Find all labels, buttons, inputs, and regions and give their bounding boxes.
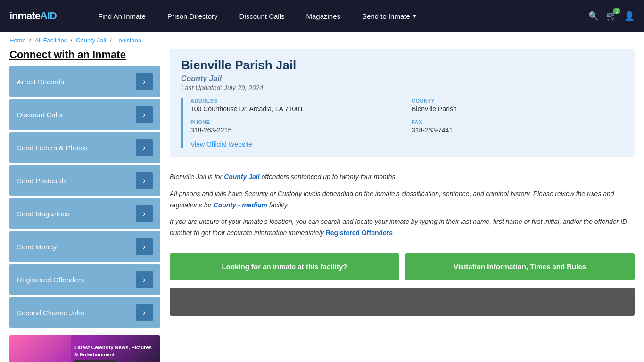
sidebar-item-registered-offenders[interactable]: Registered Offenders › (9, 264, 160, 295)
user-icon[interactable]: 👤 (624, 11, 635, 21)
cart-icon[interactable]: 🛒 0 (606, 11, 617, 21)
nav-prison-directory[interactable]: Prison Directory (159, 8, 226, 24)
fax-value: 318-263-7441 (412, 126, 623, 134)
county-block: COUNTY Bienville Parish (412, 98, 623, 113)
breadcrumb: Home / All Facilities / County Jail / Lo… (0, 32, 644, 49)
search-icon[interactable]: 🔍 (588, 11, 599, 21)
official-website-link[interactable]: View Official Website (190, 140, 252, 148)
nav-discount-calls[interactable]: Discount Calls (231, 8, 293, 24)
phone-block: PHONE 318-263-2215 (190, 119, 402, 134)
county-label: COUNTY (412, 98, 623, 104)
fax-label: FAX (412, 119, 623, 125)
bottom-banner (170, 288, 635, 316)
cart-badge: 0 (613, 8, 620, 14)
content-area: Bienville Parish Jail County Jail Last U… (170, 49, 635, 362)
arrow-icon: › (136, 238, 153, 255)
site-header: inmateAID Find An Inmate Prison Director… (0, 0, 644, 32)
arrow-icon: › (136, 106, 153, 123)
desc-para1: Bienville Jail is for County Jail offend… (170, 172, 635, 183)
breadcrumb-home[interactable]: Home (9, 37, 26, 44)
nav-find-inmate[interactable]: Find An Inmate (90, 8, 154, 24)
fax-block: FAX 318-263-7441 (412, 119, 623, 134)
desc-para3: If you are unsure of your inmate’s locat… (170, 216, 635, 239)
facility-type: County Jail (181, 74, 623, 83)
phone-value: 318-263-2215 (190, 126, 402, 134)
phone-label: PHONE (190, 119, 402, 125)
facility-updated: Last Updated: July 29, 2024 (181, 84, 623, 91)
visitation-info-cta-button[interactable]: Visitation Information, Times and Rules (405, 253, 635, 280)
address-value: 100 Courthouse Dr, Arcadia, LA 71001 (190, 105, 402, 113)
registered-offenders-link[interactable]: Registered Offenders (326, 229, 393, 237)
main-nav: Find An Inmate Prison Directory Discount… (90, 8, 574, 24)
sidebar-item-arrest-records[interactable]: Arrest Records › (9, 66, 160, 97)
facility-info-grid: ADDRESS 100 Courthouse Dr, Arcadia, LA 7… (181, 98, 623, 148)
nav-magazines[interactable]: Magazines (297, 8, 349, 24)
header-icons: 🔍 🛒 0 👤 (588, 11, 635, 21)
breadcrumb-louisiana[interactable]: Louisiana (115, 37, 141, 44)
facility-description: Bienville Jail is for County Jail offend… (170, 165, 635, 246)
desc-para2: All prisons and jails have Security or C… (170, 189, 635, 211)
logo[interactable]: inmateAID (9, 10, 75, 22)
county-jail-link[interactable]: County Jail (224, 173, 259, 181)
sidebar-item-send-magazines[interactable]: Send Magazines › (9, 198, 160, 229)
facility-card: Bienville Parish Jail County Jail Last U… (170, 49, 635, 157)
ad-image (9, 335, 71, 362)
county-medium-link[interactable]: County - medium (214, 201, 267, 209)
ad-text: Latest Celebrity News, Pictures & Entert… (71, 340, 160, 362)
arrow-icon: › (136, 139, 153, 156)
ad-banner[interactable]: Latest Celebrity News, Pictures & Entert… (9, 335, 160, 362)
arrow-icon: › (136, 304, 153, 321)
sidebar-item-second-chance-jobs[interactable]: Second Chance Jobs › (9, 297, 160, 328)
arrow-icon: › (136, 271, 153, 288)
breadcrumb-all-facilities[interactable]: All Facilities (35, 37, 67, 44)
arrow-icon: › (136, 73, 153, 90)
county-value: Bienville Parish (412, 105, 623, 113)
sidebar-item-send-money[interactable]: Send Money › (9, 231, 160, 262)
sidebar-item-send-letters[interactable]: Send Letters & Photos › (9, 132, 160, 163)
breadcrumb-county-jail[interactable]: County Jail (76, 37, 106, 44)
arrow-icon: › (136, 172, 153, 189)
sidebar: Connect with an Inmate Arrest Records › … (9, 49, 160, 362)
nav-send-to-inmate[interactable]: Send to Inmate ▼ (354, 8, 426, 24)
sidebar-item-send-postcards[interactable]: Send Postcards › (9, 165, 160, 196)
sidebar-title: Connect with an Inmate (9, 49, 160, 61)
sidebar-item-discount-calls[interactable]: Discount Calls › (9, 99, 160, 130)
address-label: ADDRESS (190, 98, 402, 104)
address-block: ADDRESS 100 Courthouse Dr, Arcadia, LA 7… (190, 98, 402, 113)
sidebar-menu: Arrest Records › Discount Calls › Send L… (9, 66, 160, 328)
facility-name: Bienville Parish Jail (181, 58, 623, 73)
find-inmate-cta-button[interactable]: Looking for an inmate at this facility? (170, 253, 399, 280)
main-layout: Connect with an Inmate Arrest Records › … (0, 49, 644, 362)
website-block: View Official Website (190, 140, 623, 148)
cta-row: Looking for an inmate at this facility? … (170, 253, 635, 280)
arrow-icon: › (136, 205, 153, 222)
